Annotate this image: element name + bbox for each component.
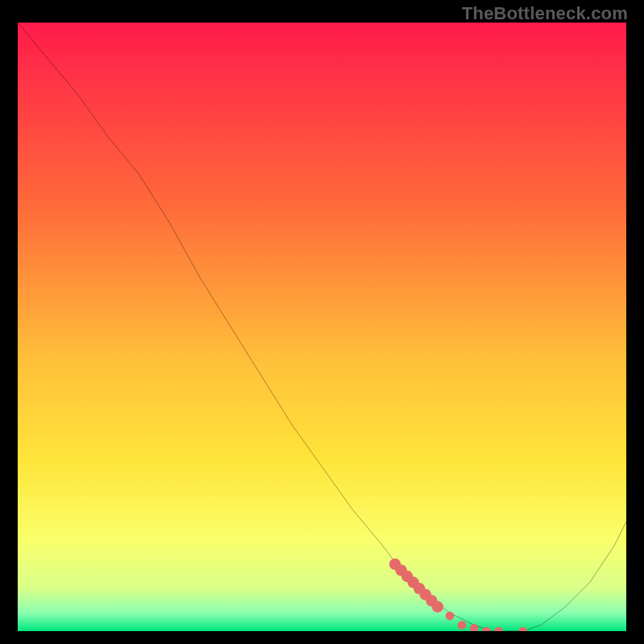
chart-frame: TheBottleneck.com [0, 0, 644, 644]
gradient-background [18, 23, 626, 631]
highlight-dot [431, 601, 443, 613]
highlight-dot [458, 621, 467, 630]
watermark-text: TheBottleneck.com [462, 3, 628, 24]
bottleneck-chart [18, 23, 626, 631]
highlight-dot [445, 612, 454, 621]
